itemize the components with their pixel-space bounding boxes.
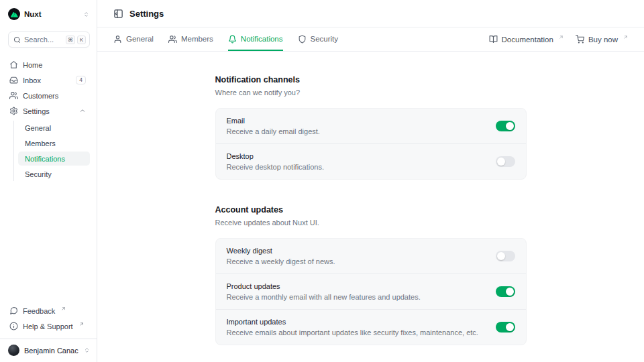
chevrons-up-down-icon <box>83 347 91 354</box>
setting-description: Receive a daily email digest. <box>227 127 320 135</box>
user-name: Benjamin Canac <box>24 347 78 355</box>
tab-members[interactable]: Members <box>168 27 213 51</box>
header-actions: Documentation Buy now <box>489 27 628 51</box>
action-label: Documentation <box>502 36 553 44</box>
kbd-cmd: ⌘ <box>66 36 75 44</box>
setting-row-weekly-digest: Weekly digest Receive a weekly digest of… <box>216 239 526 274</box>
page-title: Settings <box>129 9 164 19</box>
users-icon <box>9 91 18 100</box>
sidebar-subitem-label: Notifications <box>25 155 65 163</box>
main-panel: Settings General Members Notifications S… <box>97 0 644 362</box>
bell-icon <box>228 35 237 44</box>
sidebar-collapse-icon[interactable] <box>113 9 123 19</box>
chat-bubble-icon <box>9 306 18 315</box>
feedback-link[interactable]: Feedback <box>8 304 90 318</box>
action-label: Buy now <box>588 36 618 44</box>
product-updates-toggle[interactable] <box>496 286 515 297</box>
inbox-icon <box>9 76 18 84</box>
tab-security[interactable]: Security <box>298 27 339 51</box>
workspace-name: Nuxt <box>24 10 42 18</box>
app-window: Nuxt Search... ⌘ K Home Inbox 4 Cu <box>0 0 644 362</box>
user-avatar <box>8 345 19 356</box>
footer-link-label: Help & Support <box>23 322 73 330</box>
setting-row-desktop: Desktop Receive desktop notifications. <box>216 143 526 179</box>
setting-description: Receive a monthly email with all new fea… <box>227 293 421 301</box>
tab-label: General <box>126 35 154 43</box>
sidebar-item-label: Home <box>23 61 42 69</box>
gear-icon <box>9 107 18 115</box>
sidebar-item-members[interactable]: Members <box>18 136 90 150</box>
section-description: Where can we notify you? <box>215 88 527 97</box>
sidebar-nav: Home Inbox 4 Customers Settings General <box>8 58 90 181</box>
sidebar-item-home[interactable]: Home <box>8 58 90 72</box>
external-link-icon <box>61 306 66 311</box>
sidebar-item-label: Inbox <box>23 76 41 84</box>
setting-row-important-updates: Important updates Receive emails about i… <box>216 309 526 345</box>
workspace-switcher[interactable]: Nuxt <box>8 7 90 21</box>
external-link-icon <box>79 322 84 326</box>
nuxt-logo-icon <box>8 8 20 20</box>
settings-card: Weekly digest Receive a weekly digest of… <box>215 238 527 345</box>
chevron-up-icon <box>79 107 86 115</box>
setting-title: Email <box>227 117 320 125</box>
tab-label: Members <box>181 35 213 43</box>
setting-description: Receive desktop notifications. <box>227 163 325 171</box>
user-icon <box>113 35 122 44</box>
page-header: Settings <box>97 0 644 27</box>
search-placeholder: Search... <box>24 36 54 44</box>
email-toggle[interactable] <box>496 121 515 131</box>
section-description: Receive updates about Nuxt UI. <box>215 219 527 227</box>
section-notification-channels: Notification channels Where can we notif… <box>215 75 527 180</box>
sidebar-item-general[interactable]: General <box>18 121 90 135</box>
cart-icon <box>576 35 584 44</box>
user-menu[interactable]: Benjamin Canac <box>0 339 97 362</box>
sidebar-item-inbox[interactable]: Inbox 4 <box>8 73 90 87</box>
settings-tabs: General Members Notifications Security D… <box>97 27 644 52</box>
sidebar: Nuxt Search... ⌘ K Home Inbox 4 Cu <box>0 0 97 362</box>
tab-label: Notifications <box>241 35 283 43</box>
home-icon <box>9 60 18 69</box>
sidebar-subitem-label: Members <box>25 139 56 147</box>
setting-row-email: Email Receive a daily email digest. <box>216 109 526 143</box>
setting-row-product-updates: Product updates Receive a monthly email … <box>216 274 526 309</box>
weekly-digest-toggle[interactable] <box>496 251 515 261</box>
setting-title: Important updates <box>227 318 478 326</box>
section-title: Notification channels <box>215 75 527 84</box>
chevrons-up-down-icon <box>83 11 90 18</box>
sidebar-item-notifications[interactable]: Notifications <box>18 152 90 166</box>
settings-card: Email Receive a daily email digest. Desk… <box>215 108 527 180</box>
search-icon <box>13 36 21 44</box>
users-icon <box>168 35 177 44</box>
sidebar-footer: Feedback Help & Support <box>8 304 90 339</box>
sidebar-item-security[interactable]: Security <box>18 167 90 181</box>
external-link-icon <box>559 35 564 40</box>
setting-title: Desktop <box>227 152 325 160</box>
important-updates-toggle[interactable] <box>496 322 515 333</box>
sidebar-item-label: Settings <box>23 107 50 115</box>
sidebar-item-settings[interactable]: Settings <box>8 104 90 118</box>
documentation-link[interactable]: Documentation <box>489 35 564 44</box>
buy-now-link[interactable]: Buy now <box>576 35 628 44</box>
settings-content: Notification channels Where can we notif… <box>97 52 644 362</box>
section-account-updates: Account updates Receive updates about Nu… <box>215 205 527 345</box>
kbd-k: K <box>77 36 86 44</box>
setting-title: Weekly digest <box>227 247 335 255</box>
section-title: Account updates <box>215 205 527 215</box>
info-circle-icon <box>9 322 18 330</box>
setting-title: Product updates <box>227 282 421 290</box>
inbox-count-badge: 4 <box>76 76 86 84</box>
sidebar-item-customers[interactable]: Customers <box>8 88 90 103</box>
sidebar-item-label: Customers <box>23 92 58 100</box>
sidebar-subitem-label: General <box>25 124 51 132</box>
external-link-icon <box>623 35 628 40</box>
desktop-toggle[interactable] <box>496 156 515 167</box>
tab-notifications[interactable]: Notifications <box>228 27 283 51</box>
help-support-link[interactable]: Help & Support <box>8 319 90 333</box>
setting-description: Receive emails about important updates l… <box>227 328 478 337</box>
book-icon <box>489 35 498 44</box>
sidebar-subitem-label: Security <box>25 170 52 178</box>
search-input[interactable]: Search... ⌘ K <box>8 32 90 48</box>
tab-general[interactable]: General <box>113 27 154 51</box>
shield-icon <box>298 35 307 44</box>
search-shortcut: ⌘ K <box>66 36 86 44</box>
